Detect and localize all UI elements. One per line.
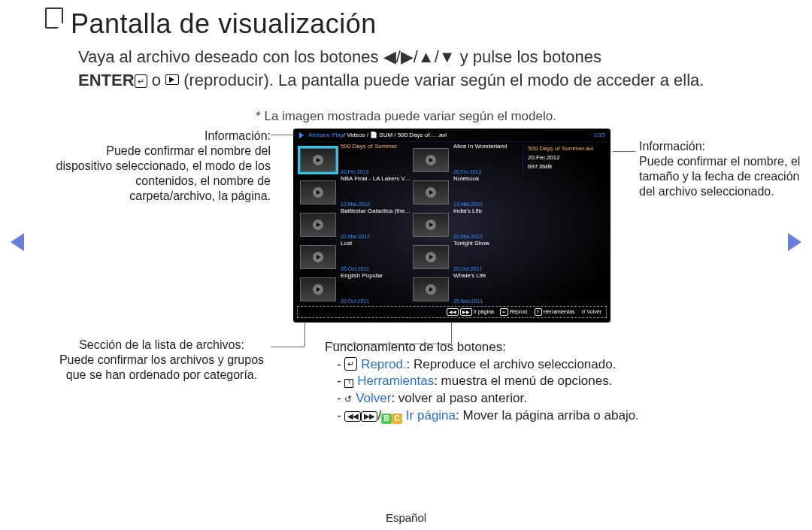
file-item[interactable]: Tonight Show20.Oct.2011 <box>413 243 526 271</box>
file-title: Whale's Life <box>453 273 486 280</box>
button-functions: Funcionamiento de los botones: - Reprod.… <box>325 339 806 426</box>
page-title: Pantalla de visualización <box>45 8 767 40</box>
file-title: Lost <box>341 241 369 247</box>
file-date: 25.Nov.2011 <box>453 298 483 304</box>
file-thumbnail <box>300 277 336 301</box>
forward-key-icon: ▶▶ <box>361 411 377 422</box>
file-date: 12.Mar.2012 <box>341 201 370 207</box>
file-item[interactable]: Notebook12.Mar.2012 <box>413 178 526 207</box>
file-item[interactable]: 500 Days of Summer20.Fer.2012 <box>300 146 413 174</box>
breadcrumb-bar: Allshare Play / Videos / 📄 SUM / 500 Day… <box>294 129 610 142</box>
file-thumbnail <box>413 213 449 237</box>
file-thumbnail <box>300 245 336 269</box>
tools-key-icon: T <box>344 379 353 388</box>
file-title: NBA Final - LA Lakers VS… <box>341 176 412 183</box>
file-thumbnail <box>413 277 449 301</box>
file-item[interactable]: Alice In Wonderland20.Fer.2012 <box>413 146 526 174</box>
file-date: 20.Mar.2012 <box>453 234 483 239</box>
connector-line <box>613 151 635 152</box>
action-bar: ◀◀▶▶ Ir página ↵ Reprod. T Herramientas … <box>297 306 607 318</box>
nav-right-arrow[interactable] <box>788 233 801 251</box>
file-thumbnail <box>300 213 336 237</box>
file-title: English Popstar <box>341 273 383 280</box>
enter-key-icon <box>135 74 147 88</box>
file-title: India's Life <box>453 208 483 215</box>
file-date: 20.Mar.2012 <box>341 234 370 239</box>
file-thumbnail <box>413 148 449 172</box>
file-title: Battlestar Galactica (the… <box>341 208 411 215</box>
callout-file-list: Sección de la lista de archivos: Puede c… <box>53 338 271 383</box>
enter-key-icon <box>344 357 357 371</box>
c-color-key: C <box>392 413 402 424</box>
app-play-icon <box>298 132 306 139</box>
file-date: 20.Fer.2012 <box>341 169 368 174</box>
file-info-panel: 500 Days of Summer.avi 20.Fer.2012 697.8… <box>523 143 607 171</box>
file-date: 12.Mar.2012 <box>453 201 483 207</box>
image-caption: * La imagen mostrada puede variar según … <box>45 109 767 124</box>
tools-key: T Herramientas <box>535 308 575 316</box>
media-player-screenshot: Allshare Play / Videos / 📄 SUM / 500 Day… <box>293 129 611 323</box>
b-color-key: B <box>381 413 392 424</box>
file-item[interactable]: NBA Final - LA Lakers VS…12.Mar.2012 <box>300 178 413 207</box>
file-date: 20.Fer.2012 <box>453 169 481 174</box>
nav-left-arrow[interactable] <box>11 233 24 251</box>
file-item[interactable]: Battlestar Galactica (the…20.Mar.2012 <box>300 210 413 239</box>
file-date: 20.Oct.2011 <box>341 266 369 271</box>
file-item[interactable]: Whale's Life25.Nov.2011 <box>413 275 526 304</box>
file-date: 20.Oct.2011 <box>453 266 482 271</box>
intro-text: Vaya al archivo deseado con los botones … <box>78 46 767 92</box>
file-date: 20.Oct.2011 <box>341 298 369 304</box>
file-thumbnail <box>413 245 449 269</box>
play-key-icon <box>165 74 179 85</box>
footer-language: Español <box>0 511 812 524</box>
file-grid: 500 Days of Summer20.Fer.2012Alice In Wo… <box>300 146 527 304</box>
return-key-icon: ↺ <box>344 393 352 405</box>
file-item[interactable]: Lost20.Oct.2011 <box>300 243 413 271</box>
bookmark-icon <box>45 8 63 29</box>
file-thumbnail <box>413 180 449 204</box>
play-key: ↵ Reprod. <box>500 308 529 316</box>
callout-info-right: Información: Puede confirmar el nombre, … <box>639 139 812 199</box>
file-item[interactable]: English Popstar20.Oct.2011 <box>300 275 413 304</box>
page-key: ◀◀▶▶ Ir página <box>447 308 494 316</box>
file-title: Alice In Wonderland <box>453 144 507 150</box>
rewind-key-icon: ◀◀ <box>344 411 361 422</box>
file-title: 500 Days of Summer <box>341 144 397 150</box>
file-title: Notebook <box>453 176 483 183</box>
file-item[interactable]: India's Life20.Mar.2012 <box>413 210 526 239</box>
connector-line <box>271 347 304 347</box>
callout-info-left: Información: Puede confirmar el nombre d… <box>53 129 271 204</box>
return-key: ↺ Volver <box>581 309 601 315</box>
file-thumbnail <box>300 148 336 172</box>
connector-line <box>271 135 293 135</box>
file-thumbnail <box>300 180 336 204</box>
file-title: Tonight Show <box>453 241 489 247</box>
